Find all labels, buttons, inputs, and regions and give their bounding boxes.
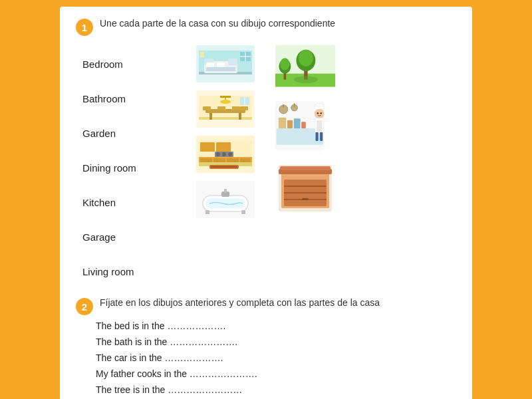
svg-rect-37 bbox=[216, 142, 231, 152]
svg-rect-64 bbox=[294, 118, 301, 128]
word-living-room: Living room bbox=[82, 254, 189, 289]
image-chef bbox=[275, 96, 335, 156]
svg-point-39 bbox=[216, 152, 220, 156]
section1-number: 1 bbox=[76, 19, 93, 36]
svg-rect-18 bbox=[239, 113, 241, 120]
section1-header: 1 Une cada parte de la casa con su dibuj… bbox=[76, 17, 456, 36]
word-bathroom: Bathroom bbox=[82, 81, 189, 116]
image-bedroom bbox=[196, 44, 255, 84]
svg-rect-62 bbox=[279, 118, 286, 128]
svg-rect-5 bbox=[228, 59, 237, 65]
svg-rect-78 bbox=[323, 119, 329, 121]
svg-rect-71 bbox=[316, 104, 323, 106]
sentence-5: The tree is in the …………………… bbox=[96, 384, 456, 395]
svg-rect-21 bbox=[232, 106, 240, 110]
svg-point-72 bbox=[315, 109, 325, 119]
svg-point-40 bbox=[222, 152, 226, 156]
sentences-area: The bed is in the ………………. The bath is in… bbox=[96, 321, 456, 399]
svg-rect-49 bbox=[205, 210, 209, 214]
image-dining-left bbox=[196, 89, 255, 129]
svg-rect-19 bbox=[203, 106, 211, 110]
section1-instruction: Une cada parte de la casa con su dibujo … bbox=[100, 17, 335, 31]
svg-rect-7 bbox=[217, 63, 225, 68]
svg-point-79 bbox=[317, 112, 319, 114]
sentence-4: My father cooks in the …………………. bbox=[96, 368, 456, 379]
svg-rect-23 bbox=[220, 96, 231, 98]
svg-rect-43 bbox=[211, 166, 237, 168]
svg-rect-76 bbox=[320, 132, 323, 141]
svg-point-25 bbox=[220, 100, 231, 104]
svg-rect-15 bbox=[199, 117, 252, 120]
svg-rect-50 bbox=[241, 210, 245, 214]
word-garden: Garden bbox=[82, 116, 189, 150]
svg-rect-75 bbox=[316, 132, 319, 141]
svg-rect-63 bbox=[287, 120, 293, 128]
svg-rect-12 bbox=[200, 52, 204, 57]
section2-header: 2 Fíjate en los dibujos anteriores y com… bbox=[76, 297, 456, 315]
svg-rect-22 bbox=[240, 106, 248, 110]
svg-rect-32 bbox=[200, 158, 212, 162]
word-dining-room: Dining room bbox=[82, 150, 189, 185]
svg-rect-87 bbox=[302, 198, 309, 200]
svg-rect-65 bbox=[301, 122, 306, 128]
main-page: 1 Une cada parte de la casa con su dibuj… bbox=[60, 7, 472, 399]
image-garden bbox=[275, 43, 335, 89]
svg-rect-77 bbox=[310, 119, 315, 121]
matching-area: Bedroom Bathroom Garden Dining room Kitc… bbox=[82, 43, 456, 289]
svg-rect-33 bbox=[213, 158, 225, 162]
svg-rect-20 bbox=[217, 106, 225, 110]
svg-rect-36 bbox=[200, 142, 215, 152]
svg-point-58 bbox=[280, 58, 289, 70]
svg-rect-35 bbox=[240, 158, 251, 162]
word-bedroom: Bedroom bbox=[82, 47, 189, 81]
words-column: Bedroom Bathroom Garden Dining room Kitc… bbox=[82, 43, 189, 289]
sentence-3: The car is in the ………………. bbox=[96, 352, 456, 363]
svg-point-41 bbox=[228, 152, 232, 156]
svg-rect-6 bbox=[206, 63, 214, 68]
images-right-column bbox=[262, 43, 342, 289]
sentence-2: The bath is in the …………………. bbox=[96, 336, 456, 347]
word-kitchen: Kitchen bbox=[82, 185, 189, 219]
svg-rect-69 bbox=[294, 103, 295, 106]
svg-rect-34 bbox=[227, 158, 239, 162]
image-garage bbox=[275, 165, 335, 211]
image-kitchen bbox=[196, 134, 255, 174]
svg-rect-8 bbox=[206, 67, 235, 71]
svg-point-59 bbox=[294, 76, 318, 83]
svg-rect-74 bbox=[317, 120, 322, 131]
svg-rect-17 bbox=[209, 113, 212, 120]
svg-rect-48 bbox=[224, 189, 227, 193]
images-left-column bbox=[189, 43, 262, 289]
sentence-1: The bed is in the ………………. bbox=[96, 321, 456, 331]
image-bathtub bbox=[196, 180, 255, 219]
svg-rect-89 bbox=[280, 166, 331, 170]
section2-instruction: Fíjate en los dibujos anteriores y compl… bbox=[100, 297, 380, 310]
svg-point-55 bbox=[299, 50, 313, 66]
word-garage: Garage bbox=[82, 219, 189, 254]
section2-number: 2 bbox=[76, 298, 93, 315]
svg-point-80 bbox=[321, 112, 322, 114]
svg-rect-67 bbox=[283, 104, 284, 108]
